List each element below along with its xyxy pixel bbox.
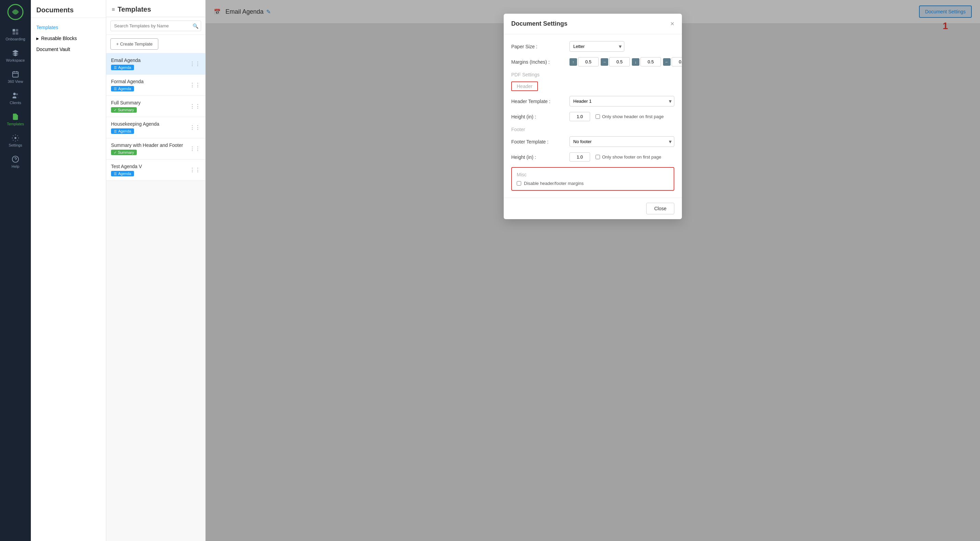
modal-header: Document Settings ×: [504, 14, 682, 34]
header-first-page-label: Only show header on first page: [595, 114, 664, 119]
sidebar-item-document-vault[interactable]: Document Vault: [31, 44, 106, 55]
template-list-panel: ≡ Templates 🔍 + Create Template Email Ag…: [106, 0, 205, 541]
svg-rect-4: [16, 32, 18, 35]
hamburger-icon: ≡: [112, 6, 115, 13]
menu-icon[interactable]: ⋮⋮: [189, 124, 200, 131]
template-item-formal-agenda[interactable]: Formal Agenda ☰ Agenda ⋮⋮: [106, 75, 205, 96]
menu-icon[interactable]: ⋮⋮: [189, 167, 200, 173]
create-template-button[interactable]: + Create Template: [110, 38, 158, 50]
svg-point-10: [16, 94, 18, 95]
badge-agenda: ☰ Agenda: [111, 171, 134, 176]
menu-icon[interactable]: ⋮⋮: [189, 82, 200, 88]
nav-item-templates[interactable]: Templates: [0, 109, 31, 130]
margin-left-group: ←: [663, 57, 682, 67]
create-btn-row: + Create Template: [106, 35, 205, 53]
template-item-full-summary[interactable]: Full Summary ✓ Summary ⋮⋮: [106, 96, 205, 117]
paper-size-select[interactable]: Letter: [570, 41, 624, 52]
footer-height-label: Height (in) :: [511, 154, 570, 160]
nav-item-clients[interactable]: Clients: [0, 88, 31, 109]
margin-top-icon: ↑: [570, 58, 577, 66]
badge-agenda: ☰ Agenda: [111, 86, 134, 91]
modal-close-button[interactable]: ×: [670, 20, 675, 28]
document-settings-modal: Document Settings × Paper Size : Letter …: [504, 14, 682, 219]
footer-height-input[interactable]: [570, 152, 590, 162]
margin-bottom-input[interactable]: [640, 57, 661, 67]
header-template-label: Header Template :: [511, 98, 570, 104]
template-item-summary-header-footer[interactable]: Summary with Header and Footer ✓ Summary…: [106, 138, 205, 160]
sidebar-item-templates[interactable]: Templates: [31, 22, 106, 33]
footer-height-controls: Only show footer on first page: [570, 152, 661, 162]
nav-item-workspace[interactable]: Workspace: [0, 45, 31, 67]
nav-item-help[interactable]: Help: [0, 151, 31, 173]
header-template-row: Header Template : Header 1: [511, 96, 675, 106]
footer-template-select-wrapper: No footer: [570, 136, 675, 147]
footer-template-select[interactable]: No footer: [570, 136, 675, 147]
menu-icon[interactable]: ⋮⋮: [189, 146, 200, 152]
disable-margins-label: Disable header/footer margins: [517, 181, 669, 186]
panel-header: ≡ Templates: [106, 0, 205, 17]
svg-point-9: [13, 93, 16, 95]
footer-template-label: Footer Template :: [511, 139, 570, 144]
template-item-test-agenda[interactable]: Test Agenda V ☰ Agenda ⋮⋮: [106, 160, 205, 181]
margin-right-input[interactable]: [609, 57, 630, 67]
footer-first-page-checkbox[interactable]: [595, 155, 600, 159]
header-height-row: Height (in) : Only show header on first …: [511, 112, 675, 121]
badge-summary: ✓ Summary: [111, 107, 137, 113]
template-item-email-agenda[interactable]: Email Agenda ☰ Agenda ⋮⋮: [106, 53, 205, 75]
margins-row: Margins (Inches) : ↑ → ↓: [511, 57, 675, 67]
paper-size-row: Paper Size : Letter: [511, 41, 675, 52]
svg-rect-3: [13, 32, 15, 35]
disable-margins-checkbox[interactable]: [517, 181, 521, 186]
margin-left-icon: ←: [663, 58, 671, 66]
misc-section: Misc Disable header/footer margins: [511, 167, 675, 191]
app-logo[interactable]: [7, 3, 24, 21]
margin-right-group: →: [601, 57, 630, 67]
footer-template-row: Footer Template : No footer: [511, 136, 675, 147]
search-bar: 🔍: [106, 17, 205, 35]
sidebar-header: Documents: [31, 0, 106, 18]
menu-icon[interactable]: ⋮⋮: [189, 103, 200, 109]
margins-label: Margins (Inches) :: [511, 59, 570, 65]
badge-agenda: ☰ Agenda: [111, 65, 134, 70]
header-height-controls: Only show header on first page: [570, 112, 664, 121]
nav-item-360view[interactable]: 360 View: [0, 67, 31, 88]
search-icon: 🔍: [192, 23, 199, 29]
margin-bottom-group: ↓: [632, 57, 661, 67]
svg-rect-1: [13, 29, 15, 32]
margin-left-input[interactable]: [671, 57, 682, 67]
svg-rect-2: [16, 29, 18, 32]
header-height-label: Height (in) :: [511, 114, 570, 119]
panel-title: Templates: [118, 5, 151, 13]
pdf-settings-title: PDF Settings: [511, 72, 675, 78]
margin-right-icon: →: [601, 58, 608, 66]
header-height-input[interactable]: [570, 112, 590, 121]
footer-height-row: Height (in) : Only show footer on first …: [511, 152, 675, 162]
sidebar-nav: Templates ▶ Reusable Blocks Document Vau…: [31, 18, 106, 59]
template-items: Email Agenda ☰ Agenda ⋮⋮ Formal Agenda ☰…: [106, 53, 205, 541]
margins-inputs: ↑ → ↓ ←: [570, 57, 682, 67]
footer-section-label: Footer: [511, 127, 675, 132]
sidebar: Documents Templates ▶ Reusable Blocks Do…: [31, 0, 106, 541]
header-first-page-checkbox[interactable]: [595, 114, 600, 119]
nav-item-settings[interactable]: Settings: [0, 130, 31, 151]
svg-rect-5: [13, 72, 19, 78]
arrow-icon: ▶: [36, 36, 39, 40]
search-input[interactable]: [110, 21, 201, 31]
modal-close-footer-button[interactable]: Close: [646, 203, 675, 214]
badge-agenda: ☰ Agenda: [111, 129, 134, 134]
template-item-housekeeping-agenda[interactable]: Housekeeping Agenda ☰ Agenda ⋮⋮: [106, 117, 205, 138]
nav-item-onboarding[interactable]: Onboarding: [0, 24, 31, 45]
margin-top-input[interactable]: [578, 57, 599, 67]
sidebar-item-reusable-blocks[interactable]: ▶ Reusable Blocks: [31, 33, 106, 44]
header-section-label: Header: [511, 81, 538, 91]
main-content: 📅 Email Agenda ✎ Document Settings 1 Doc…: [205, 0, 980, 541]
margin-bottom-icon: ↓: [632, 58, 640, 66]
header-template-select-wrapper: Header 1: [570, 96, 675, 106]
header-template-select[interactable]: Header 1: [570, 96, 675, 106]
menu-icon[interactable]: ⋮⋮: [189, 60, 200, 67]
modal-title: Document Settings: [511, 20, 568, 27]
modal-overlay: Document Settings × Paper Size : Letter …: [205, 0, 980, 541]
modal-body: Paper Size : Letter Margins (Inches) : ↑: [504, 34, 682, 198]
paper-size-label: Paper Size :: [511, 44, 570, 49]
svg-point-11: [14, 137, 16, 139]
